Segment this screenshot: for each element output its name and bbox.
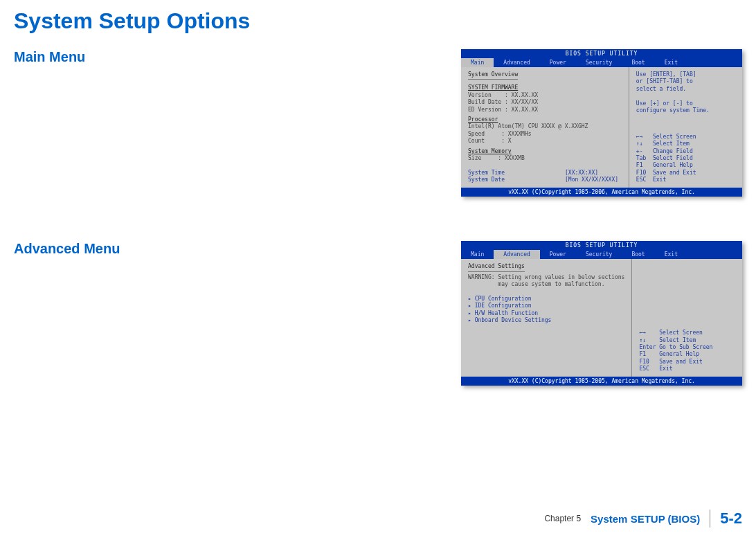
- bios-main-help-pane: Use [ENTER], [TAB] or [SHIFT-TAB] to sel…: [629, 67, 742, 188]
- bios-main-screenshot: BIOS SETUP UTILITY Main Advanced Power S…: [461, 49, 742, 197]
- bios-tab-advanced[interactable]: Advanced: [494, 250, 540, 259]
- hw-health-item[interactable]: ▸ H/W Health Function: [468, 310, 624, 317]
- bios-tab-power[interactable]: Power: [540, 250, 576, 259]
- system-overview-heading: System Overview: [468, 71, 518, 80]
- chapter-title: System SETUP (BIOS): [591, 513, 700, 525]
- bios-tab-security[interactable]: Security: [576, 58, 622, 67]
- bios-footer: vXX.XX (C)Copyright 1985-2006, American …: [461, 188, 742, 197]
- processor-cpu: Intel(R) Atom(TM) CPU XXXX @ X.XXGHZ: [468, 123, 622, 130]
- page-number: 5-2: [710, 510, 742, 528]
- advanced-menu-section: Advanced Menu BIOS SETUP UTILITY Main Ad…: [0, 231, 756, 393]
- bios-tab-exit[interactable]: Exit: [655, 58, 687, 67]
- cpu-configuration-item[interactable]: ▸ CPU Configuration: [468, 296, 624, 303]
- bios-tabs: Main Advanced Power Security Boot Exit: [461, 250, 742, 259]
- chapter-label: Chapter 5: [544, 514, 581, 523]
- bios-advanced-help-pane: ←→ Select Screen ↑↓ Select Item Enter Go…: [631, 259, 742, 377]
- page-title: System Setup Options: [0, 0, 756, 39]
- warning-line-2: may cause system to malfunction.: [468, 281, 624, 288]
- firmware-version: Version : XX.XX.XX: [468, 92, 622, 99]
- system-date-value[interactable]: [Mon XX/XX/XXXX]: [565, 177, 618, 183]
- main-menu-label: Main Menu: [14, 49, 461, 65]
- bios-tab-main[interactable]: Main: [461, 250, 494, 259]
- firmware-ed-version: ED Version : XX.XX.XX: [468, 107, 622, 114]
- bios-main-left-pane: System Overview SYSTEM FIRMWARE Version …: [461, 67, 629, 188]
- system-time-value[interactable]: [XX:XX:XX]: [565, 170, 598, 177]
- bios-title: BIOS SETUP UTILITY: [461, 241, 742, 250]
- bios-tab-boot[interactable]: Boot: [622, 58, 654, 67]
- processor-count: Count : X: [468, 138, 622, 145]
- bios-tab-exit[interactable]: Exit: [655, 250, 687, 259]
- firmware-heading: SYSTEM FIRMWARE: [468, 84, 518, 91]
- advanced-settings-heading: Advanced Settings: [468, 263, 525, 271]
- ide-configuration-item[interactable]: ▸ IDE Configuration: [468, 303, 624, 309]
- page-footer: Chapter 5 System SETUP (BIOS) 5-2: [544, 510, 742, 528]
- bios-footer: vXX.XX (C)Copyright 1985-2005, American …: [461, 377, 742, 386]
- memory-heading: System Memory: [468, 148, 512, 155]
- firmware-build-date: Build Date : XX/XX/XX: [468, 99, 622, 106]
- bios-tab-security[interactable]: Security: [576, 250, 622, 259]
- bios-title: BIOS SETUP UTILITY: [461, 49, 742, 58]
- bios-advanced-left-pane: Advanced Settings WARNING: Setting wrong…: [461, 259, 631, 377]
- processor-heading: Processor: [468, 116, 498, 123]
- processor-speed: Speed : XXXXMHs: [468, 131, 622, 138]
- advanced-menu-label: Advanced Menu: [14, 241, 461, 257]
- system-date-label[interactable]: System Date: [468, 177, 565, 183]
- help-keys: ←→ Select Screen ↑↓ Select Item Enter Go…: [639, 330, 735, 372]
- bios-tab-boot[interactable]: Boot: [622, 250, 654, 259]
- help-keys: ←→ Select Screen ↑↓ Select Item +- Chang…: [636, 134, 735, 184]
- main-menu-section: Main Menu BIOS SETUP UTILITY Main Advanc…: [0, 39, 756, 204]
- bios-tab-power[interactable]: Power: [540, 58, 576, 67]
- help-instructions: Use [ENTER], [TAB] or [SHIFT-TAB] to sel…: [636, 71, 735, 114]
- memory-size: Size : XXXXMB: [468, 155, 622, 162]
- warning-line-1: WARNING: Setting wrong values in below s…: [468, 274, 624, 281]
- bios-tab-main[interactable]: Main: [461, 58, 494, 67]
- bios-tabs: Main Advanced Power Security Boot Exit: [461, 58, 742, 67]
- onboard-device-item[interactable]: ▸ Onboard Device Settings: [468, 317, 624, 324]
- system-time-label[interactable]: System Time: [468, 170, 565, 177]
- bios-advanced-screenshot: BIOS SETUP UTILITY Main Advanced Power S…: [461, 241, 742, 386]
- bios-tab-advanced[interactable]: Advanced: [494, 58, 540, 67]
